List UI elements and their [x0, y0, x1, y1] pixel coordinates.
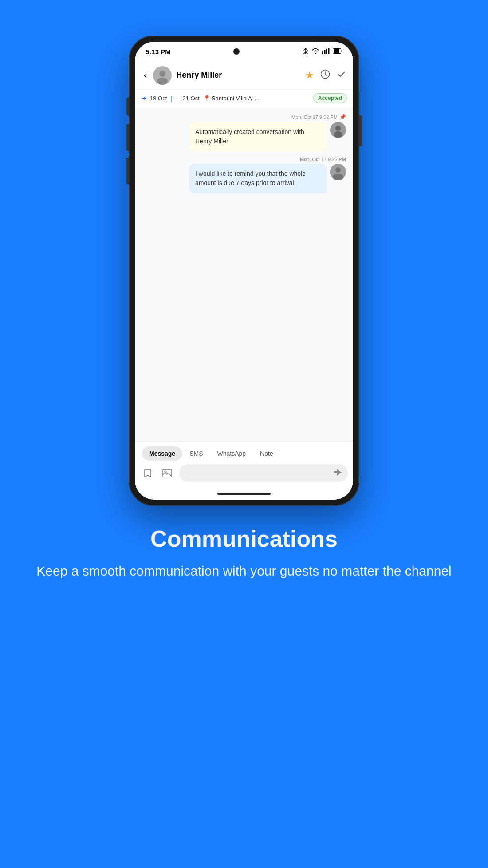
svg-rect-16 — [163, 469, 172, 477]
contact-avatar — [153, 66, 172, 85]
svg-point-12 — [334, 131, 342, 138]
message-group-1: Mon, Oct 17 9:02 PM 📌 Automatically crea… — [142, 114, 346, 151]
tab-note[interactable]: Note — [253, 446, 280, 461]
message-bubble-2: I would like to remind you that the whol… — [189, 164, 327, 193]
input-row — [135, 461, 353, 487]
signal-icon — [322, 48, 330, 55]
location-pin-icon: 📍 — [203, 95, 210, 102]
phone-screen: 5:13 PM — [135, 42, 353, 500]
location-info: 📍 Santorini Villa A ·... — [203, 95, 310, 102]
checkin-arrow-icon: ➜ — [141, 95, 146, 102]
home-bar — [217, 493, 271, 495]
svg-point-7 — [159, 71, 165, 77]
camera-dot — [233, 48, 240, 55]
svg-rect-0 — [322, 51, 323, 54]
pin-icon: 📌 — [339, 114, 346, 120]
status-bar: 5:13 PM — [135, 42, 353, 61]
bottom-section: Communications Keep a smooth communicati… — [10, 525, 478, 581]
wifi-icon — [311, 48, 319, 55]
chat-area: Mon, Oct 17 9:02 PM 📌 Automatically crea… — [135, 107, 353, 442]
checkin-date: 18 Oct — [150, 95, 167, 102]
svg-rect-3 — [328, 48, 329, 54]
bluetooth-icon — [303, 47, 309, 56]
svg-point-14 — [335, 167, 341, 173]
message-row-2: I would like to remind you that the whol… — [142, 164, 346, 193]
message-group-2: Mon, Oct 17 9:25 PM I would like to remi… — [142, 157, 346, 193]
tab-whatsapp[interactable]: WhatsApp — [210, 446, 253, 461]
star-icon[interactable]: ★ — [305, 70, 314, 81]
bottom-description: Keep a smooth communication with your gu… — [36, 561, 452, 581]
message-row-1: Automatically created conversation with … — [142, 122, 346, 151]
back-button[interactable]: ‹ — [142, 68, 149, 83]
message-avatar-2 — [330, 164, 346, 180]
message-input[interactable] — [179, 464, 348, 482]
svg-rect-5 — [334, 49, 339, 53]
status-time: 5:13 PM — [146, 48, 171, 55]
bottom-title: Communications — [36, 525, 452, 552]
svg-rect-1 — [324, 50, 325, 54]
header-actions: ★ — [305, 69, 346, 82]
tab-sms[interactable]: SMS — [182, 446, 210, 461]
message-avatar-1 — [330, 122, 346, 138]
input-tabs: Message SMS WhatsApp Note — [135, 442, 353, 461]
input-area: Message SMS WhatsApp Note — [135, 442, 353, 487]
battery-icon — [333, 48, 342, 55]
svg-point-17 — [165, 471, 166, 473]
svg-point-8 — [157, 78, 168, 85]
svg-point-11 — [335, 126, 341, 131]
message-timestamp-1: Mon, Oct 17 9:02 PM 📌 — [142, 114, 346, 120]
clock-icon[interactable] — [320, 69, 330, 81]
message-bubble-1: Automatically created conversation with … — [189, 122, 327, 151]
image-icon-button[interactable] — [160, 466, 175, 481]
send-icon — [333, 468, 342, 479]
status-icons — [303, 47, 342, 56]
svg-rect-2 — [326, 49, 327, 54]
booking-bar: ➜ 18 Oct [→ 21 Oct 📍 Santorini Villa A ·… — [135, 90, 353, 107]
check-icon[interactable] — [336, 69, 346, 82]
message-timestamp-2: Mon, Oct 17 9:25 PM — [142, 157, 346, 162]
tab-message[interactable]: Message — [142, 446, 182, 461]
home-indicator — [135, 487, 353, 500]
checkout-bracket-icon: [→ — [170, 95, 179, 102]
phone-device: 5:13 PM — [129, 36, 359, 506]
contact-name: Henry Miller — [176, 71, 301, 80]
chat-header: ‹ Henry Miller ★ — [135, 61, 353, 90]
bookmark-icon-button[interactable] — [140, 466, 155, 481]
status-badge: Accepted — [313, 93, 347, 103]
checkout-date: 21 Oct — [182, 95, 199, 102]
